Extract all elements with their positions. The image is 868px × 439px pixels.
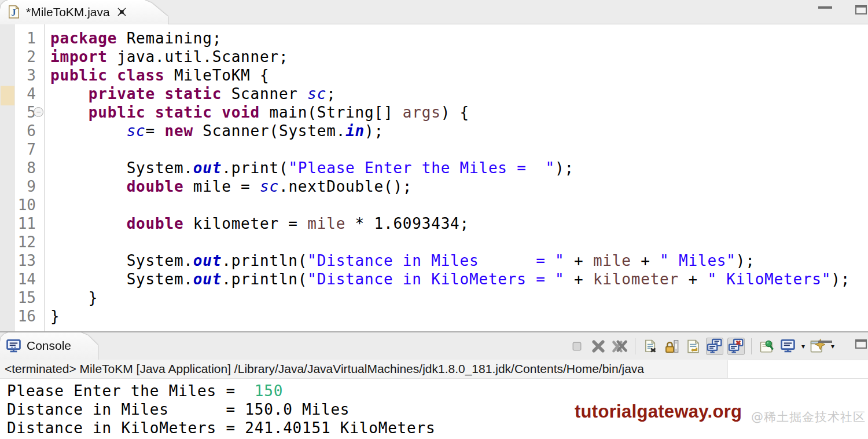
line-number: 8 <box>15 159 36 177</box>
line-number-gutter: 12345678910111213141516 <box>15 24 36 331</box>
brand-watermark: tutorialgateway.org <box>575 403 742 421</box>
java-file-icon: J <box>7 4 21 20</box>
maximize-console-button[interactable] <box>855 339 867 349</box>
scroll-lock-button[interactable] <box>663 338 681 355</box>
line-number: 10 <box>15 196 36 214</box>
code-line[interactable] <box>50 233 868 251</box>
code-line[interactable]: package Remaining; <box>50 29 868 47</box>
clear-console-button[interactable] <box>642 338 659 355</box>
line-number: 4 <box>15 85 36 103</box>
code-line[interactable] <box>50 140 868 159</box>
remove-all-terminated-button[interactable] <box>611 338 628 355</box>
display-selected-console-button[interactable] <box>779 338 797 355</box>
code-line[interactable]: sc= new Scanner(System.in); <box>50 122 868 140</box>
code-line[interactable]: private static Scanner sc; <box>50 85 868 103</box>
console-tab-label: Console <box>27 339 71 353</box>
line-number: 14 <box>15 270 36 288</box>
line-number: 15 <box>15 288 36 307</box>
line-number: 12 <box>15 233 36 251</box>
console-tab[interactable]: Console <box>0 332 98 360</box>
line-number: 5 <box>15 103 36 122</box>
code-line[interactable]: double mile = sc.nextDouble(); <box>50 177 868 196</box>
code-line[interactable]: public class MileToKM { <box>50 66 868 85</box>
editor-tabbar: J *MileToKM.java <box>0 0 868 24</box>
line-number: 11 <box>15 214 36 233</box>
code-line[interactable]: } <box>50 288 868 307</box>
folding-ruler <box>36 24 45 331</box>
code-line[interactable]: double kilometer = mile * 1.6093434; <box>50 214 868 233</box>
editor-tab-miletokm[interactable]: J *MileToKM.java <box>0 0 168 25</box>
code-editor[interactable]: 12345678910111213141516 package Remainin… <box>0 24 868 331</box>
code-line[interactable]: } <box>50 307 868 325</box>
console-icon <box>6 338 21 354</box>
occurrence-marker <box>1 86 14 105</box>
annotation-ruler <box>0 24 15 331</box>
maximize-editor-button[interactable] <box>855 5 867 14</box>
code-line[interactable]: System.out.print("Please Enter the Miles… <box>50 159 868 177</box>
blank-overlay <box>728 360 868 378</box>
code-line[interactable]: System.out.println("Distance in Miles = … <box>50 251 868 270</box>
community-watermark: @稀土掘金技术社区 <box>751 408 866 426</box>
pin-console-button[interactable] <box>758 338 775 355</box>
code-line[interactable]: import java.util.Scanner; <box>50 47 868 66</box>
line-number: 6 <box>15 122 36 140</box>
line-number: 16 <box>15 307 36 325</box>
editor-tab-title: *MileToKM.java <box>26 5 110 19</box>
show-console-stderr-button[interactable] <box>727 338 745 355</box>
line-number: 9 <box>15 177 36 196</box>
terminate-button[interactable] <box>568 338 586 355</box>
fold-collapse-icon[interactable]: − <box>34 107 43 117</box>
line-number: 3 <box>15 66 36 85</box>
tab-close-icon[interactable] <box>116 6 127 17</box>
svg-text:J: J <box>12 7 16 18</box>
toolbar-separator <box>635 338 635 354</box>
console-status-line: <terminated> MileToKM [Java Application]… <box>0 360 868 379</box>
line-number: 7 <box>15 140 36 159</box>
code-line[interactable]: public static void main(String[] args) { <box>50 103 868 122</box>
console-panel: Console <box>0 331 868 439</box>
code-area[interactable]: package Remaining;import java.util.Scann… <box>45 24 868 331</box>
code-line[interactable]: System.out.println("Distance in KiloMete… <box>50 270 868 288</box>
line-number: 1 <box>15 29 36 47</box>
console-toolbar: ▾ ▾ <box>568 332 834 360</box>
code-line[interactable] <box>50 196 868 214</box>
line-number: 2 <box>15 47 36 66</box>
minimize-editor-button[interactable] <box>818 6 832 9</box>
console-header: Console <box>0 331 868 360</box>
terminated-status-text: <terminated> MileToKM [Java Application]… <box>5 362 644 376</box>
word-wrap-button[interactable] <box>685 338 702 355</box>
minimize-console-button[interactable] <box>818 341 832 343</box>
display-console-dropdown-icon[interactable]: ▾ <box>801 342 805 350</box>
console-output-line: Please Enter the Miles = 150 <box>7 382 868 400</box>
remove-launch-button[interactable] <box>590 338 607 355</box>
line-number: 13 <box>15 251 36 270</box>
show-console-stdout-button[interactable] <box>706 338 723 355</box>
toolbar-separator <box>751 338 752 354</box>
console-output[interactable]: tutorialgateway.org @稀土掘金技术社区 Please Ent… <box>0 379 868 438</box>
